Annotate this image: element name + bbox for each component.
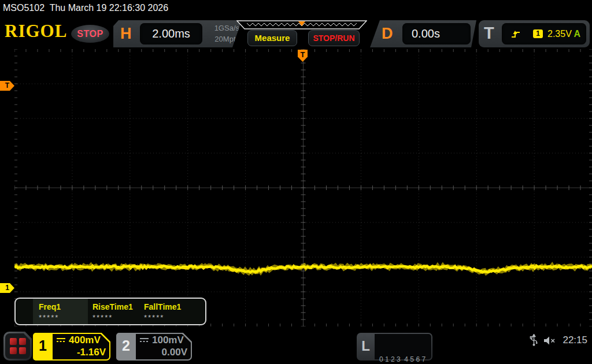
memory-depth: 20Mpts	[204, 34, 239, 44]
delay-widget[interactable]: D 0.00s	[370, 20, 476, 47]
trigger-mode: A	[574, 23, 580, 44]
measurement-falltime1[interactable]: FallTime1 *****	[144, 299, 197, 324]
measurement-label: FallTime1	[144, 302, 197, 311]
graticule-grid	[14, 49, 592, 326]
channel1-badge[interactable]: 1 400mV -1.16V	[33, 333, 110, 361]
measurement-value: *****	[39, 313, 88, 322]
measurement-label: RiseTime1	[92, 302, 145, 311]
logic-channels-badge[interactable]: L 0 1 2 3 4 5 6 7 8 9 1011 12131415	[357, 333, 432, 361]
delay-value: 0.00s	[402, 23, 471, 44]
dc-coupling-icon	[56, 337, 66, 343]
acquisition-info: 1GSa/s 20Mpts	[204, 23, 239, 44]
channel1-number: 1	[33, 333, 53, 361]
usb-icon	[530, 334, 538, 347]
logic-label: L	[357, 333, 375, 361]
timebase-box[interactable]: 2.00ms	[140, 23, 202, 44]
waveform-display-area[interactable]	[14, 49, 592, 326]
measurement-label: Freq1	[39, 302, 88, 311]
sample-rate: 1GSa/s	[204, 23, 239, 34]
trigger-level-marker[interactable]: T	[0, 81, 14, 91]
timebase-value: 2.00ms	[140, 23, 202, 44]
trigger-source-badge: 1	[533, 29, 543, 38]
measurement-panel[interactable]: Freq1 ***** RiseTime1 ***** FallTime1 **…	[14, 298, 206, 325]
channel2-offset: 0.00V	[139, 346, 187, 358]
system-clock: 22:15	[563, 335, 587, 346]
grid-menu-icon	[5, 333, 30, 359]
measurement-freq1[interactable]: Freq1 *****	[33, 299, 88, 324]
channel1-scale: 400mV	[69, 334, 101, 346]
logic-row1: 0 1 2 3 4 5 6 7	[379, 355, 431, 364]
stop-run-button[interactable]: STOP/RUN	[308, 30, 360, 46]
measurement-value: *****	[92, 313, 145, 322]
channel-status-bar: 1 400mV -1.16V 2 100mV 0.00V	[0, 326, 592, 364]
trigger-widget[interactable]: T 1 2.35V A	[479, 20, 590, 47]
dc-coupling-icon	[139, 337, 149, 343]
trigger-level-value: 2.35V	[547, 29, 572, 39]
delay-box[interactable]: 0.00s	[402, 23, 471, 44]
rigol-logo: RIGOL	[5, 21, 67, 42]
channel2-number: 2	[116, 333, 136, 361]
measurement-risetime1[interactable]: RiseTime1 *****	[92, 299, 145, 324]
channel2-scale: 100mV	[152, 334, 184, 346]
horizontal-settings-widget[interactable]: H 2.00ms 1GSa/s 20Mpts	[113, 20, 242, 47]
trigger-info-box[interactable]: 1 2.35V A	[502, 23, 586, 44]
logic-channel-list: 0 1 2 3 4 5 6 7 8 9 1011 12131415	[375, 334, 431, 359]
quick-menu-button[interactable]	[3, 332, 32, 361]
run-state-badge: STOP	[71, 25, 109, 43]
header-bar: RIGOL STOP H 2.00ms 1GSa/s 20Mpts Measur…	[0, 17, 592, 49]
measure-button[interactable]: Measure	[247, 30, 297, 46]
ch1-ground-marker[interactable]: 1	[0, 283, 14, 293]
trigger-label: T	[484, 24, 494, 43]
delay-label: D	[382, 25, 393, 43]
measurement-value: *****	[144, 313, 197, 322]
sound-muted-icon	[543, 336, 557, 346]
horizontal-position-preview[interactable]	[236, 20, 367, 30]
channel2-badge[interactable]: 2 100mV 0.00V	[116, 333, 192, 361]
rising-edge-icon	[511, 29, 521, 39]
channel1-offset: -1.16V	[56, 346, 106, 358]
model-and-datetime: MSO5102 Thu March 19 22:16:30 2026	[0, 0, 592, 17]
horizontal-label: H	[120, 25, 132, 43]
